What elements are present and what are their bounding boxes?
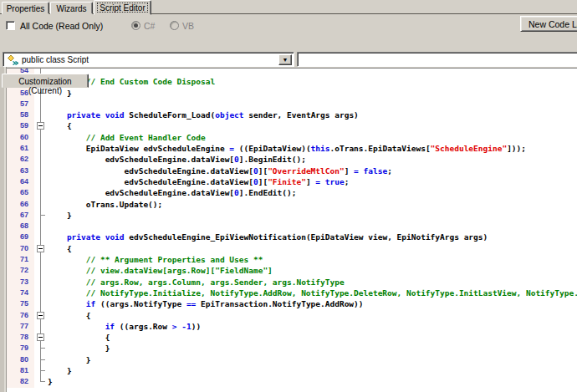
code-text: // Add Event Handler Code [48, 132, 577, 143]
code-line-58: 58 private void ScheduleForm_Load(object… [7, 109, 577, 120]
fold-collapse-icon[interactable] [37, 122, 44, 130]
radio-vb-label: VB [182, 21, 194, 31]
code-text: // view.dataView[args.Row]["FieldName"] [48, 265, 577, 276]
code-line-74: 74 // NotifyType.Initialize, NotifyType.… [7, 288, 577, 298]
tab-customization-current[interactable]: Customization (Current) [2, 74, 89, 88]
customization-tab-strip: Customization (Current) [0, 37, 577, 51]
fold-margin [34, 354, 48, 365]
line-number: 61 [7, 143, 34, 154]
fold-margin [34, 165, 48, 176]
fold-margin [34, 265, 48, 276]
code-line-81: 81 } [7, 365, 577, 376]
fold-margin [34, 176, 48, 187]
code-line-66: 66 oTrans.Update(); [7, 199, 577, 210]
fold-margin [34, 199, 48, 210]
line-number: 80 [7, 354, 34, 365]
dropdown-arrow-icon[interactable]: ▼ [278, 54, 292, 65]
fold-margin [34, 154, 48, 165]
code-text: edvScheduleEngine.dataView[0]["Finite"] … [48, 176, 577, 187]
code-line-63: 63 edvScheduleEngine.dataView[0]["Overri… [7, 165, 577, 176]
fold-collapse-icon[interactable] [37, 312, 44, 319]
code-text [48, 68, 577, 76]
fold-margin [34, 343, 48, 354]
new-code-layer-button[interactable]: New Code Laye [520, 16, 577, 32]
fold-margin [34, 99, 48, 109]
code-text: } [48, 210, 577, 221]
code-text: } [48, 365, 577, 376]
fold-margin [34, 376, 48, 387]
fold-margin [34, 288, 48, 298]
code-text: { [48, 243, 577, 254]
code-line-61: 61 EpiDataView edvScheduleEngine = ((Epi… [7, 143, 577, 154]
class-dropdown[interactable]: public class Script ▼ [3, 52, 294, 67]
code-text: edvScheduleEngine.dataView[0].EndEdit(); [48, 187, 577, 198]
line-number: 60 [7, 132, 34, 143]
code-line-69: 69 private void edvScheduleEngine_EpiVie… [7, 232, 577, 242]
code-line-71: 71 // ** Argument Properties and Uses ** [7, 254, 577, 265]
fold-collapse-icon[interactable] [37, 333, 44, 341]
radio-selected-dot [134, 23, 138, 28]
code-line-70: 70 { [7, 243, 577, 254]
all-code-checkbox-label: All Code (Read Only) [20, 21, 103, 31]
line-number: 71 [7, 254, 34, 265]
fold-collapse-icon[interactable] [37, 245, 44, 252]
tab-script-editor[interactable]: Script Editor [94, 0, 151, 15]
code-text: private void edvScheduleEngine_EpiViewNo… [48, 232, 577, 242]
code-text: // ** Argument Properties and Uses ** [48, 254, 577, 265]
code-text: } [48, 343, 577, 354]
line-number: 74 [7, 288, 34, 298]
code-editor[interactable]: 5455 // End Custom Code Disposal56 }5758… [7, 68, 577, 392]
member-dropdown[interactable] [297, 52, 577, 67]
tab-properties[interactable]: Properties [2, 2, 49, 14]
code-line-55: 55 // End Custom Code Disposal [7, 76, 577, 87]
fold-margin [34, 232, 48, 242]
line-number: 72 [7, 265, 34, 276]
code-line-73: 73 // args.Row, args.Column, args.Sender… [7, 277, 577, 288]
code-line-78: 78 { [7, 332, 577, 343]
radio-vb[interactable] [170, 21, 179, 30]
member-selector-row: public class Script ▼ [0, 52, 577, 67]
code-line-75: 75 if ((args.NotifyType == EpiTransactio… [7, 298, 577, 309]
all-code-checkbox[interactable] [6, 21, 15, 30]
fold-margin [34, 210, 48, 221]
fold-margin [34, 332, 48, 343]
code-line-80: 80 } [7, 354, 577, 365]
main-tab-strip: Properties Wizards Script Editor [0, 0, 577, 15]
code-line-60: 60 // Add Event Handler Code [7, 132, 577, 143]
line-number: 58 [7, 109, 34, 120]
line-number: 79 [7, 343, 34, 354]
code-text: } [48, 354, 577, 365]
fold-margin [34, 143, 48, 154]
fold-margin [34, 187, 48, 198]
code-line-54: 54 [7, 68, 577, 76]
code-text: } [48, 376, 577, 387]
radio-csharp[interactable] [131, 21, 140, 30]
line-number: 63 [7, 165, 34, 176]
tab-properties-label: Properties [7, 4, 45, 13]
line-number: 77 [7, 321, 34, 332]
code-text: // End Custom Code Disposal [48, 76, 577, 87]
code-text: } [48, 88, 577, 99]
code-text: if ((args.NotifyType == EpiTransaction.N… [48, 298, 577, 309]
code-text: EpiDataView edvScheduleEngine = ((EpiDat… [48, 143, 577, 154]
line-number: 59 [7, 120, 34, 131]
line-number: 82 [7, 376, 34, 387]
code-line-77: 77 if ((args.Row > -1)) [7, 321, 577, 332]
code-text: { [48, 310, 577, 321]
line-number: 66 [7, 199, 34, 210]
fold-margin [34, 365, 48, 376]
code-text: if ((args.Row > -1)) [48, 321, 577, 332]
focus-rectangle [97, 3, 148, 13]
line-number: 81 [7, 365, 34, 376]
code-line-82: 82} [7, 376, 577, 387]
tab-wizards[interactable]: Wizards [50, 2, 93, 14]
code-line-56: 56 } [7, 88, 577, 99]
code-text: { [48, 332, 577, 343]
code-text: oTrans.Update(); [48, 199, 577, 210]
code-rows: 5455 // End Custom Code Disposal56 }5758… [7, 68, 577, 388]
code-text: edvScheduleEngine.dataView[0].BeginEdit(… [48, 154, 577, 165]
tab-wizards-label: Wizards [56, 4, 86, 13]
fold-margin [34, 243, 48, 254]
code-line-57: 57 [7, 99, 577, 109]
class-icon [8, 54, 18, 65]
